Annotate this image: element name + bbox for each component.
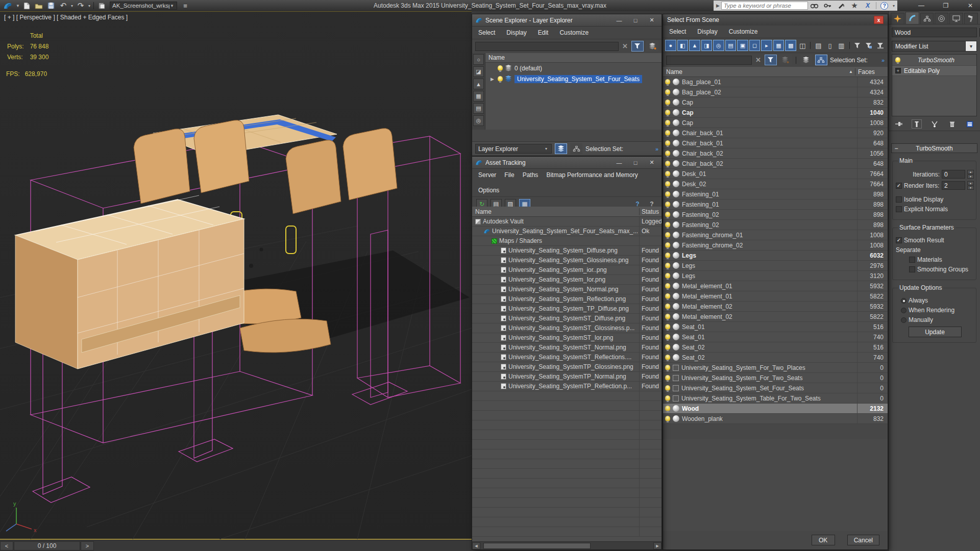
object-visibility-bulb-icon[interactable] [665,406,670,411]
tab-motion[interactable] [935,13,948,24]
iterations-field[interactable]: 0 [942,170,965,179]
scene-object-row[interactable]: Cap1008 [663,118,888,128]
ok-button[interactable]: OK [812,535,835,545]
scene-object-row[interactable]: Wooden_plank832 [663,414,888,424]
time-slider[interactable]: 0 / 100 [14,541,80,550]
sfs-name-column-header[interactable]: Name ▲ [663,68,855,76]
redo-dropdown[interactable]: ▾ [87,4,92,8]
column-view-icon[interactable]: ▯ [825,40,835,51]
object-visibility-bulb-icon[interactable] [665,242,670,248]
new-scene-button[interactable] [20,1,33,10]
configure-modifier-sets-icon[interactable] [965,119,975,129]
communication-center-icon[interactable] [835,1,848,10]
filter-helpers-icon[interactable]: ◎ [713,40,724,51]
asset-row[interactable]: University_Seating_SystemST_Ior.pngFound [472,333,662,343]
object-visibility-bulb-icon[interactable] [665,171,670,177]
max-app-button[interactable] [0,1,15,11]
object-visibility-bulb-icon[interactable] [665,395,670,401]
isoline-display-checkbox[interactable] [896,196,902,203]
se-layer-mode-button[interactable] [555,143,567,154]
smooth-result-checkbox[interactable] [896,237,902,243]
paste-button[interactable] [95,1,108,10]
scene-object-row[interactable]: Fastening_chrome_021008 [663,240,888,251]
object-visibility-bulb-icon[interactable] [665,202,670,207]
object-visibility-bulb-icon[interactable] [665,304,670,309]
smoothing-groups-checkbox[interactable] [909,266,915,272]
asset-row[interactable]: University_Seating_System_TP_Diffuse.png… [472,304,662,314]
object-visibility-bulb-icon[interactable] [665,89,670,95]
se-clear-search-icon[interactable]: ✕ [621,42,629,50]
workspace-selector[interactable]: AK_Screenshot_wrksp ▼ [110,2,177,10]
scroll-right-arrow[interactable]: ► [653,542,662,549]
scene-object-row[interactable]: Bag_place_024324 [663,87,888,97]
object-visibility-bulb-icon[interactable] [665,212,670,217]
object-name-field[interactable] [892,28,977,37]
sfs-menu-display[interactable]: Display [697,28,717,35]
key-icon[interactable] [821,1,835,10]
asset-row[interactable]: University_Seating_System_Normal.pngFoun… [472,285,662,294]
spin-up-icon[interactable]: ▲ [967,170,974,174]
save-file-button[interactable] [45,1,57,10]
asset-row[interactable]: Maps / Shaders [472,236,662,246]
filter-xrefs-icon[interactable]: ◻ [749,40,761,51]
object-visibility-bulb-icon[interactable] [665,79,670,85]
se-menu-display[interactable]: Display [506,29,526,36]
scene-object-row[interactable]: University_Seating_System_Table_For_Two_… [663,393,888,404]
always-radio[interactable] [901,298,906,304]
at-menu-paths[interactable]: Paths [523,171,538,179]
modifier-list-dropdown[interactable]: Modifier List ▾ [892,41,977,52]
rollout-header[interactable]: − TurboSmooth [891,143,977,153]
object-visibility-bulb-icon[interactable] [665,151,670,156]
update-button[interactable]: Update [909,327,962,337]
scrollbar-thumb[interactable] [483,543,591,549]
asset-row[interactable]: University_Seating_System_Reflection.png… [472,294,662,304]
asset-row[interactable]: University_Seating_SystemST_Normal.pngFo… [472,343,662,353]
render-iters-spinner[interactable]: ▲▼ [967,181,974,190]
se-tool-shapes-icon[interactable]: ◪ [473,66,484,77]
app-menu-caret[interactable]: ▼ [15,4,20,8]
perspective-viewport[interactable]: y x [ + ] [ Perspective ] [ Shaded + Edg… [0,11,472,540]
object-visibility-bulb-icon[interactable] [665,253,670,258]
object-visibility-bulb-icon[interactable] [665,385,670,391]
object-visibility-bulb-icon[interactable] [665,416,670,421]
object-visibility-bulb-icon[interactable] [665,110,670,115]
object-visibility-bulb-icon[interactable] [665,232,670,238]
asset-row[interactable]: University_Seating_System_Diffuse.pngFou… [472,246,662,256]
object-visibility-bulb-icon[interactable] [665,324,670,330]
filter-shapes-icon[interactable]: ◧ [677,40,689,51]
minimize-button[interactable]: — [914,2,929,9]
sfs-menu-customize[interactable]: Customize [729,28,758,35]
tab-create[interactable] [891,13,904,24]
scene-object-row[interactable]: Chair_back_01648 [663,138,888,148]
render-iters-checkbox[interactable] [896,183,902,189]
object-visibility-bulb-icon[interactable] [665,375,670,381]
layer-row-selected[interactable]: ▶ University_Seating_System_Set_Four_Sea… [485,73,662,84]
se-maximize-button[interactable]: □ [629,16,642,25]
filter-geometry-icon[interactable]: ● [665,40,676,51]
asset-row[interactable]: University_Seating_System_Glossiness.png… [472,256,662,265]
scene-object-row[interactable]: Metal_element_015822 [663,291,888,302]
object-visibility-bulb-icon[interactable] [665,191,670,197]
explicit-normals-checkbox[interactable] [896,206,902,212]
se-tool-helpers-icon[interactable]: ▤ [473,103,484,114]
at-menu-options[interactable]: Options [478,187,499,194]
se-close-button[interactable]: ✕ [645,16,658,25]
at-name-column-header[interactable]: Name [472,208,639,215]
at-menu-file[interactable]: File [504,171,514,179]
detail-view-icon[interactable]: ▥ [836,40,846,51]
scene-object-row[interactable]: Chair_back_01920 [663,128,888,138]
at-table-header[interactable]: Name Status [472,207,662,217]
stack-item-turbosmooth[interactable]: TurboSmooth [892,55,976,65]
at-horizontal-scrollbar[interactable]: ◄ ► [472,541,662,549]
scene-object-row[interactable]: Cap1040 [663,108,888,118]
cancel-button[interactable]: Cancel [847,535,879,545]
scene-explorer-titlebar[interactable]: Scene Explorer - Layer Explorer — □ ✕ [472,14,662,27]
asset-row[interactable]: University_Seating_System_Set_Four_Seats… [472,227,662,236]
scene-object-row[interactable]: Seat_01516 [663,322,888,332]
sfs-faces-column-header[interactable]: Faces [855,68,888,76]
object-visibility-bulb-icon[interactable] [665,273,670,279]
spin-down-icon[interactable]: ▼ [967,174,974,179]
scene-object-row[interactable]: Seat_02740 [663,353,888,363]
at-menu-bitmap-performance[interactable]: Bitmap Performance and Memory [546,171,638,179]
sfs-overflow-chevrons[interactable]: » [881,57,885,63]
